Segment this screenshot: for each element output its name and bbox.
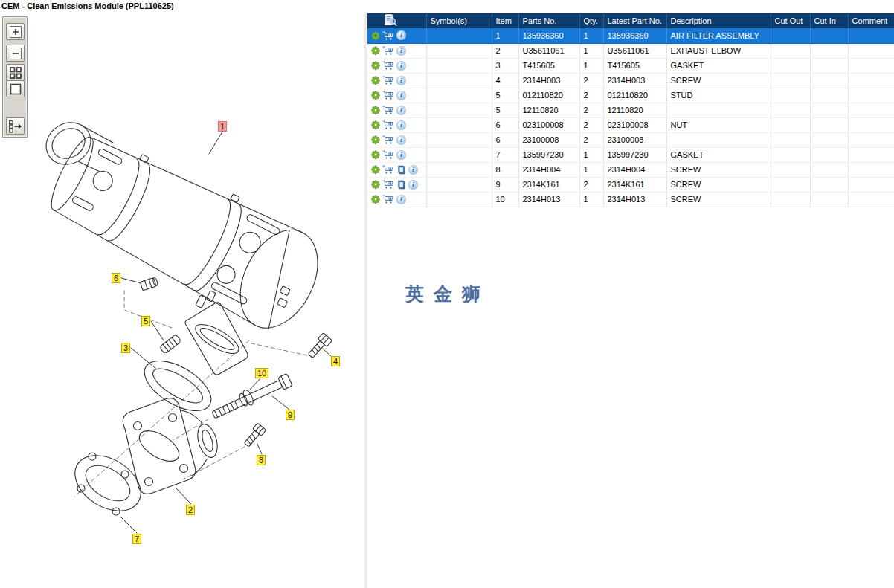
info-icon[interactable]: i <box>408 180 418 190</box>
info-icon[interactable]: i <box>396 120 406 130</box>
parts-row[interactable]: i 5 12110820 2 12110820 <box>367 103 894 117</box>
gear-icon[interactable] <box>371 61 380 70</box>
callout-2[interactable]: 2 <box>186 505 195 515</box>
gear-icon[interactable] <box>371 91 380 100</box>
cart-icon[interactable] <box>382 30 394 41</box>
cart-icon[interactable] <box>382 149 394 160</box>
part-nut-6[interactable] <box>140 277 158 291</box>
description-cell: GASKET <box>666 147 771 162</box>
cut-in-cell <box>810 117 848 132</box>
gear-icon[interactable] <box>371 76 380 85</box>
cart-icon[interactable] <box>382 60 394 71</box>
cart-icon[interactable] <box>382 45 394 56</box>
toggle-parts-list-button[interactable] <box>6 117 25 135</box>
info-icon[interactable]: i <box>396 106 406 115</box>
zoom-in-button[interactable] <box>6 23 25 40</box>
callout-3[interactable]: 3 <box>121 343 130 353</box>
symbols-cell <box>426 28 492 43</box>
zoom-out-button[interactable] <box>6 45 25 62</box>
part-exhaust-elbow[interactable] <box>123 398 221 494</box>
parts-row[interactable]: i 10 2314H013 1 2314H013 SCREW <box>367 192 894 207</box>
gear-icon[interactable] <box>371 31 380 40</box>
comment-cell <box>848 58 894 73</box>
callout-6[interactable]: 6 <box>112 273 120 283</box>
parts-row[interactable]: i 1 135936360 1 135936360 AIR FILTER ASS… <box>367 28 894 43</box>
comment-cell <box>848 43 894 58</box>
cut-in-cell <box>810 192 848 207</box>
callout-10[interactable]: 10 <box>255 368 268 378</box>
toggle-parts-list-icon <box>8 119 23 134</box>
parts-row[interactable]: i 5 012110820 2 012110820 STUD <box>367 88 894 103</box>
cut-in-cell <box>810 73 848 88</box>
qty-cell: 2 <box>579 132 603 147</box>
callout-7[interactable]: 7 <box>132 534 141 544</box>
comment-cell <box>848 73 894 88</box>
info-icon[interactable]: i <box>396 61 406 71</box>
parts-row[interactable]: i 2 U35611061 1 U35611061 EXHAUST ELBOW <box>367 43 894 58</box>
parts-row[interactable]: i 8 2314H004 1 2314H004 SCREW <box>367 162 894 177</box>
cart-icon[interactable] <box>382 135 394 145</box>
book-icon[interactable] <box>396 165 406 175</box>
symbols-cell <box>426 162 492 177</box>
column-header-comment: Comment <box>848 13 894 28</box>
description-cell: EXHAUST ELBOW <box>666 43 771 58</box>
canister-inlet-stub <box>38 114 113 173</box>
gear-icon[interactable] <box>371 180 380 189</box>
single-view-button[interactable] <box>6 80 25 97</box>
cart-icon[interactable] <box>382 75 394 85</box>
cart-icon[interactable] <box>382 179 394 190</box>
callout-9[interactable]: 9 <box>286 410 295 420</box>
parts-row[interactable]: i 3 T415605 1 T415605 GASKET <box>367 58 894 73</box>
info-icon[interactable]: i <box>396 30 406 40</box>
cut-out-cell <box>771 43 810 58</box>
info-icon[interactable]: i <box>396 135 406 145</box>
tile-view-button[interactable] <box>6 64 25 81</box>
column-header-cut-in: Cut In <box>810 13 848 28</box>
parts-row[interactable]: i 6 23100008 2 23100008 <box>367 132 894 147</box>
part-washer-10[interactable] <box>237 389 255 409</box>
book-icon[interactable] <box>396 180 406 190</box>
part-screw-9[interactable] <box>210 373 292 421</box>
column-header-item: Item <box>492 13 518 28</box>
parts-row[interactable]: i 9 2314K161 2 2314K161 SCREW <box>367 177 894 192</box>
part-screw-8[interactable] <box>242 423 266 448</box>
parts-row[interactable]: i 4 2314H003 2 2314H003 SCREW <box>367 73 894 88</box>
zoom-out-icon <box>8 46 23 61</box>
column-header-parts-no: Parts No. <box>518 13 579 28</box>
gear-icon[interactable] <box>371 165 380 174</box>
cart-icon[interactable] <box>382 120 394 130</box>
parts-row[interactable]: i 7 135997230 1 135997230 GASKET <box>367 147 894 162</box>
part-canister[interactable] <box>39 120 335 340</box>
gear-icon[interactable] <box>371 195 380 204</box>
info-icon[interactable]: i <box>396 91 406 100</box>
zoom-in-icon <box>8 25 23 39</box>
cut-in-cell <box>810 162 848 177</box>
info-icon[interactable]: i <box>396 46 406 56</box>
info-icon[interactable]: i <box>396 76 406 85</box>
callout-5[interactable]: 5 <box>141 316 150 326</box>
gear-icon[interactable] <box>371 120 380 129</box>
parts-row[interactable]: i 6 023100008 2 023100008 NUT <box>367 117 894 132</box>
comment-cell <box>848 162 894 177</box>
latest-part-no-cell: 023100008 <box>603 117 666 132</box>
document-search-icon <box>384 14 397 26</box>
info-icon[interactable]: i <box>408 165 418 175</box>
cart-icon[interactable] <box>382 90 394 100</box>
callout-1[interactable]: 1 <box>218 121 227 132</box>
cart-icon[interactable] <box>382 194 394 204</box>
symbols-cell <box>426 73 492 88</box>
comment-cell <box>848 132 894 147</box>
callout-8[interactable]: 8 <box>257 455 266 465</box>
gear-icon[interactable] <box>371 46 380 55</box>
info-icon[interactable]: i <box>396 195 406 204</box>
cart-icon[interactable] <box>382 164 394 175</box>
info-icon[interactable]: i <box>396 150 406 160</box>
description-cell: NUT <box>666 117 771 132</box>
gear-icon[interactable] <box>371 106 380 114</box>
cart-icon[interactable] <box>382 105 394 115</box>
part-stud-5[interactable] <box>159 335 181 355</box>
gear-icon[interactable] <box>371 150 380 159</box>
gear-icon[interactable] <box>371 135 380 144</box>
part-screw-4[interactable] <box>306 333 332 361</box>
callout-4[interactable]: 4 <box>331 356 340 366</box>
